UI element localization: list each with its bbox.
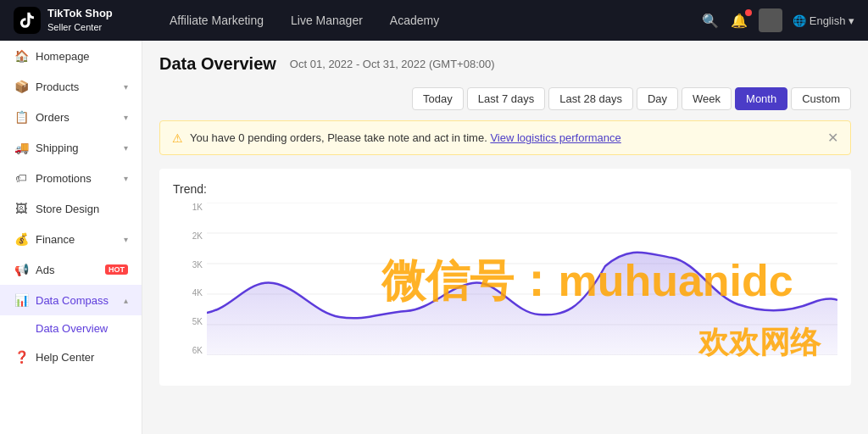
orders-arrow-icon: ▾ <box>124 113 128 122</box>
page-title: Data Overview <box>159 54 276 74</box>
filter-today[interactable]: Today <box>412 87 464 110</box>
filter-custom[interactable]: Custom <box>791 87 851 110</box>
products-arrow-icon: ▾ <box>124 82 128 92</box>
nav-live-manager[interactable]: Live Manager <box>291 10 363 31</box>
y-label-3k: 3K <box>173 260 203 270</box>
filter-week[interactable]: Week <box>682 87 732 110</box>
ads-icon: 📢 <box>14 263 29 276</box>
sidebar-item-products[interactable]: 📦 Products ▾ <box>0 71 142 102</box>
sidebar-item-orders[interactable]: 📋 Orders ▾ <box>0 102 142 132</box>
sidebar-item-finance[interactable]: 💰 Finance ▾ <box>0 224 142 254</box>
trend-label: Trend: <box>173 182 837 196</box>
alert-link[interactable]: View logistics performance <box>490 131 620 144</box>
logo-area: TikTok Shop Seller Center <box>14 7 149 34</box>
trend-chart <box>207 203 837 355</box>
chart-area: 6K 5K 4K 3K 2K 1K <box>173 203 837 372</box>
chart-plot <box>207 203 837 355</box>
sidebar-item-promotions[interactable]: 🏷 Promotions ▾ <box>0 163 142 193</box>
promotions-icon: 🏷 <box>14 171 29 185</box>
y-label-2k: 2K <box>173 231 203 241</box>
filter-buttons: Today Last 7 days Last 28 days Day Week … <box>412 87 851 110</box>
sidebar-sub-data-compass: Data Overview <box>0 315 142 342</box>
data-compass-arrow-icon: ▴ <box>124 296 128 305</box>
y-label-4k: 4K <box>173 288 203 298</box>
sidebar-item-data-compass[interactable]: 📊 Data Compass ▴ <box>0 285 142 315</box>
alert-text: You have 0 pending orders, Please take n… <box>190 131 821 144</box>
orders-icon: 📋 <box>14 110 29 124</box>
y-label-1k: 1K <box>173 203 203 212</box>
logo-text: TikTok Shop Seller Center <box>47 7 113 33</box>
filter-last7[interactable]: Last 7 days <box>467 87 546 110</box>
sidebar-sub-item-data-overview[interactable]: Data Overview <box>36 315 142 342</box>
content-inner: Data Overview Oct 01, 2022 - Oct 31, 202… <box>142 41 868 399</box>
top-nav: TikTok Shop Seller Center Affiliate Mark… <box>0 0 868 41</box>
main-layout: 🏠 Homepage 📦 Products ▾ 📋 Orders ▾ 🚚 Shi… <box>0 41 868 434</box>
store-design-icon: 🖼 <box>14 202 29 215</box>
avatar[interactable] <box>759 8 782 32</box>
y-axis: 6K 5K 4K 3K 2K 1K <box>173 203 203 355</box>
y-label-6k: 6K <box>173 346 203 355</box>
nav-affiliate-marketing[interactable]: Affiliate Marketing <box>170 10 264 31</box>
filter-month[interactable]: Month <box>735 87 787 110</box>
sidebar-item-shipping[interactable]: 🚚 Shipping ▾ <box>0 132 142 163</box>
nav-links: Affiliate Marketing Live Manager Academy <box>170 10 681 31</box>
search-icon[interactable]: 🔍 <box>701 11 720 30</box>
chart-container: Trend: 6K 5K 4K 3K 2K 1K <box>159 169 851 386</box>
nav-right: 🔍 🔔 🌐 English ▾ <box>701 8 854 32</box>
language-selector[interactable]: 🌐 English ▾ <box>793 14 854 27</box>
data-compass-icon: 📊 <box>14 293 29 307</box>
alert-icon: ⚠ <box>172 131 183 145</box>
filter-last28[interactable]: Last 28 days <box>548 87 633 110</box>
sidebar-item-help-center[interactable]: ❓ Help Center <box>0 342 142 372</box>
filter-day[interactable]: Day <box>637 87 678 110</box>
sidebar-item-store-design[interactable]: 🖼 Store Design <box>0 193 142 224</box>
data-overview-header: Data Overview Oct 01, 2022 - Oct 31, 202… <box>159 54 851 110</box>
alert-close-button[interactable]: ✕ <box>827 130 838 146</box>
main-content: Data Overview Oct 01, 2022 - Oct 31, 202… <box>142 41 868 434</box>
ads-hot-badge: HOT <box>105 264 128 275</box>
y-label-5k: 5K <box>173 317 203 326</box>
finance-icon: 💰 <box>14 232 29 246</box>
alert-banner: ⚠ You have 0 pending orders, Please take… <box>159 120 851 155</box>
help-icon: ❓ <box>14 350 29 364</box>
nav-academy[interactable]: Academy <box>390 10 439 31</box>
sidebar-item-homepage[interactable]: 🏠 Homepage <box>0 41 142 71</box>
promotions-arrow-icon: ▾ <box>124 174 128 183</box>
finance-arrow-icon: ▾ <box>124 235 128 244</box>
shipping-icon: 🚚 <box>14 141 29 154</box>
sidebar: 🏠 Homepage 📦 Products ▾ 📋 Orders ▾ 🚚 Shi… <box>0 41 142 434</box>
tiktok-logo-icon <box>14 7 41 34</box>
home-icon: 🏠 <box>14 49 29 63</box>
bell-icon[interactable]: 🔔 <box>730 11 748 30</box>
shipping-arrow-icon: ▾ <box>124 143 128 153</box>
date-range: Oct 01, 2022 - Oct 31, 2022 (GMT+08:00) <box>290 58 495 70</box>
sidebar-item-ads[interactable]: 📢 Ads HOT <box>0 254 142 285</box>
products-icon: 📦 <box>14 80 29 93</box>
